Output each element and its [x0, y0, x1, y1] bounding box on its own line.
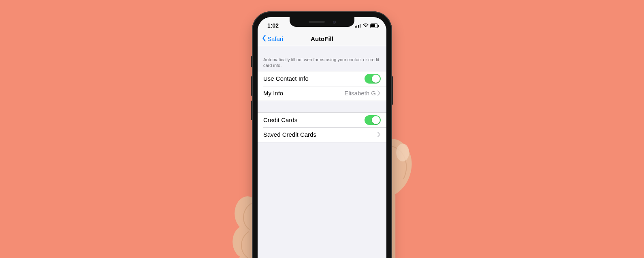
svg-point-3 — [396, 144, 409, 161]
my-info-label: My Info — [263, 90, 344, 97]
status-time: 1:02 — [267, 22, 279, 29]
svg-rect-6 — [358, 25, 359, 28]
use-contact-info-toggle[interactable] — [365, 74, 381, 84]
contact-info-group: Use Contact Info My Info Elisabeth G — [258, 71, 386, 101]
svg-rect-7 — [360, 24, 360, 28]
content-area: Automatically fill out web forms using y… — [258, 46, 386, 258]
svg-rect-9 — [371, 24, 375, 27]
phone-frame: 1:02 — [252, 11, 392, 258]
credit-cards-toggle[interactable] — [365, 115, 381, 125]
back-label: Safari — [267, 35, 283, 42]
my-info-row[interactable]: My Info Elisabeth G — [258, 86, 386, 101]
chevron-left-icon — [262, 34, 267, 43]
credit-cards-group: Credit Cards Saved Credit Cards — [258, 112, 386, 142]
wifi-icon — [363, 24, 369, 28]
screen: 1:02 — [258, 17, 386, 258]
use-contact-info-label: Use Contact Info — [263, 75, 365, 82]
cellular-signal-icon — [355, 24, 361, 28]
svg-rect-10 — [378, 25, 379, 27]
back-button[interactable]: Safari — [262, 34, 283, 43]
credit-cards-label: Credit Cards — [263, 116, 365, 123]
svg-rect-5 — [356, 26, 357, 28]
my-info-value: Elisabeth G — [344, 90, 376, 97]
notch — [290, 17, 354, 27]
section-description: Automatically fill out web forms using y… — [258, 46, 386, 71]
use-contact-info-row: Use Contact Info — [258, 71, 386, 86]
saved-credit-cards-label: Saved Credit Cards — [263, 131, 377, 138]
chevron-right-icon — [377, 132, 381, 137]
battery-icon — [370, 24, 379, 28]
saved-credit-cards-row[interactable]: Saved Credit Cards — [258, 127, 386, 142]
nav-bar: Safari AutoFill — [258, 32, 386, 46]
chevron-right-icon — [377, 90, 381, 96]
credit-cards-row: Credit Cards — [258, 113, 386, 127]
svg-rect-4 — [355, 26, 356, 28]
